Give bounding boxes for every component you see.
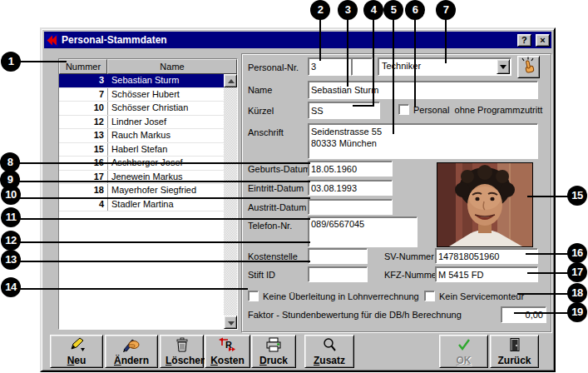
telefon-label: Telefon-Nr. — [248, 221, 292, 231]
cost-route-icon: R — [218, 337, 238, 352]
column-header-name[interactable]: Name — [107, 59, 237, 74]
list-scrollbar[interactable] — [224, 74, 237, 329]
callout-line — [20, 61, 67, 62]
table-row[interactable]: 18Mayerhofer Siegfried — [59, 184, 224, 198]
neu-button[interactable]: Neu — [50, 335, 103, 368]
keine-ueberleitung-checkbox[interactable] — [248, 291, 259, 301]
callout-badge: 19 — [567, 302, 587, 322]
callout-badge: 11 — [1, 207, 21, 227]
personal-nr-input[interactable] — [308, 57, 352, 76]
anschrift-label: Anschrift — [248, 127, 284, 137]
magnifier-icon — [321, 337, 338, 352]
callout-line — [353, 105, 374, 107]
ok-button[interactable]: OK — [439, 335, 488, 368]
callout-line — [19, 181, 310, 182]
callout-line — [514, 312, 568, 314]
austrittsdatum-input[interactable] — [308, 199, 393, 215]
callout-badge: 14 — [1, 277, 21, 297]
druck-button[interactable]: Druck — [251, 335, 296, 368]
title-bar[interactable]: Personal-Stammdaten ? × — [44, 32, 551, 48]
aendern-button[interactable]: Ändern — [105, 335, 158, 368]
table-row[interactable]: 3Sebastian Sturm — [59, 74, 224, 88]
callout-line — [526, 253, 568, 255]
printer-icon — [264, 337, 283, 352]
no-program-access-checkbox[interactable] — [398, 104, 409, 115]
name-label: Name — [248, 85, 272, 95]
help-button[interactable]: ? — [517, 34, 531, 47]
screenshot-root: Personal-Stammdaten ? × Nummer Name 3Seb… — [0, 0, 588, 373]
name-input[interactable] — [308, 81, 538, 99]
zurueck-button[interactable]: Zurück — [490, 335, 539, 368]
callout-badge: 18 — [567, 283, 587, 303]
callout-line — [445, 18, 447, 63]
personal-nr-sub-input[interactable] — [351, 57, 373, 76]
table-row[interactable]: 15Haberl Stefan — [59, 143, 224, 157]
chevron-down-icon — [500, 65, 506, 69]
table-row[interactable]: 12Lindner Josef — [59, 116, 224, 130]
callout-line — [20, 241, 310, 243]
callout-badge: 16 — [567, 243, 587, 263]
stift-id-input[interactable] — [308, 266, 368, 282]
callout-line — [373, 18, 374, 107]
kosten-button[interactable]: R Kosten — [205, 335, 250, 368]
scroll-up-button[interactable] — [224, 74, 237, 87]
hand-with-pen-icon — [121, 337, 141, 352]
sv-nummer-label: SV-Nummer — [384, 251, 434, 261]
no-program-access-label: Personal ohne Programmzutritt — [413, 105, 542, 115]
callout-line — [20, 261, 310, 262]
kfz-nummer-input[interactable] — [435, 266, 538, 282]
callout-line — [527, 272, 568, 274]
callout-badge: 15 — [567, 186, 587, 206]
anschrift-input[interactable]: Seidenstrasse 55 80333 München — [308, 123, 538, 159]
dialog-personal-stammdaten: Personal-Stammdaten ? × Nummer Name 3Seb… — [40, 27, 556, 372]
kostenstelle-input[interactable] — [308, 248, 368, 264]
telefon-input[interactable]: 089/6567045 — [308, 216, 418, 247]
callout-line — [347, 18, 348, 87]
dropdown-arrow-button[interactable] — [497, 59, 510, 74]
window-title: Personal-Stammdaten — [62, 34, 516, 46]
trash-icon — [174, 337, 190, 352]
callout-badge: 17 — [567, 262, 587, 282]
table-row[interactable]: 7Schösser Hubert — [59, 88, 224, 102]
callout-badge: 1 — [1, 52, 21, 72]
stift-id-label: Stift ID — [248, 270, 275, 280]
callout-line — [414, 18, 416, 107]
pointing-hand-icon — [519, 57, 538, 76]
callout-badge: 3 — [338, 0, 358, 20]
close-button[interactable]: × — [536, 34, 550, 47]
kfz-nummer-label: KFZ-Nummer — [384, 270, 440, 280]
kuerzel-label: Kürzel — [248, 106, 274, 116]
zusatz-button[interactable]: Zusatz — [304, 335, 354, 368]
table-row[interactable]: 10Schösser Christian — [59, 102, 224, 116]
sv-nummer-input[interactable] — [435, 248, 538, 264]
eintrittsdatum-input[interactable] — [308, 180, 393, 196]
callout-badge: 2 — [310, 0, 330, 20]
callout-line — [20, 218, 310, 220]
callout-badge: 4 — [363, 0, 383, 20]
table-row[interactable]: 4Stadler Martina — [59, 198, 224, 212]
pencil-icon — [67, 337, 86, 352]
callout-badge: 5 — [383, 0, 403, 20]
callout-line — [20, 197, 310, 199]
personal-nr-label: Personal-Nr. — [248, 62, 299, 72]
callout-line — [319, 18, 321, 61]
picker-button[interactable] — [517, 56, 540, 78]
scroll-down-button[interactable] — [224, 316, 237, 329]
eintrittsdatum-label: Eintritt-Datum — [248, 183, 304, 193]
kein-servicemonteur-checkbox[interactable] — [424, 291, 435, 301]
austrittsdatum-label: Austritt-Datum — [248, 202, 306, 212]
callout-badge: 12 — [1, 231, 21, 251]
employee-photo — [437, 162, 533, 247]
down-arrow-icon — [228, 321, 235, 326]
callout-line — [20, 288, 248, 290]
loeschen-button[interactable]: Löschen — [160, 335, 204, 368]
up-arrow-icon — [228, 79, 235, 83]
app-icon — [46, 34, 58, 47]
geburtsdatum-label: Geburts-Datum — [248, 164, 310, 174]
callout-badge: 7 — [436, 0, 456, 20]
geburtsdatum-input[interactable] — [308, 161, 393, 177]
table-row[interactable]: 13Rauch Markus — [59, 129, 224, 143]
faktor-input[interactable] — [501, 306, 546, 323]
callout-line — [19, 162, 310, 164]
callout-badge: 10 — [1, 185, 21, 205]
